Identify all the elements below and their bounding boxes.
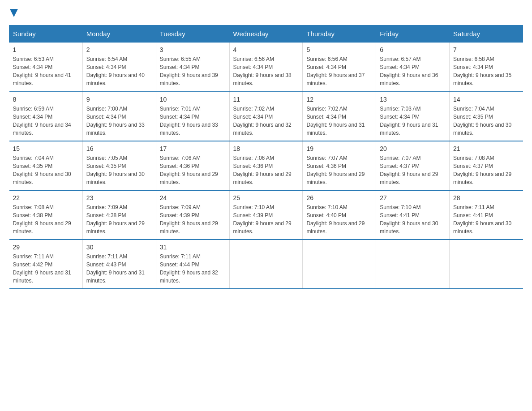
calendar-cell-22: 22Sunrise: 7:08 AMSunset: 4:38 PMDayligh… bbox=[9, 190, 83, 240]
day-number: 30 bbox=[86, 244, 152, 251]
calendar-cell-3: 3Sunrise: 6:55 AMSunset: 4:34 PMDaylight… bbox=[156, 43, 229, 92]
calendar-cell-16: 16Sunrise: 7:05 AMSunset: 4:35 PMDayligh… bbox=[82, 141, 156, 190]
day-number: 9 bbox=[86, 96, 152, 103]
day-number: 22 bbox=[13, 194, 79, 201]
calendar-cell-5: 5Sunrise: 6:56 AMSunset: 4:34 PMDaylight… bbox=[303, 43, 376, 92]
calendar-cell-19: 19Sunrise: 7:07 AMSunset: 4:36 PMDayligh… bbox=[303, 141, 376, 190]
logo bbox=[9, 9, 18, 16]
calendar-cell-26: 26Sunrise: 7:10 AMSunset: 4:40 PMDayligh… bbox=[303, 190, 376, 240]
day-number: 5 bbox=[306, 46, 372, 53]
calendar-cell-13: 13Sunrise: 7:03 AMSunset: 4:34 PMDayligh… bbox=[376, 92, 450, 141]
day-number: 17 bbox=[160, 145, 226, 152]
day-info: Sunrise: 7:10 AMSunset: 4:41 PMDaylight:… bbox=[380, 203, 446, 235]
day-info: Sunrise: 7:08 AMSunset: 4:37 PMDaylight:… bbox=[453, 154, 519, 186]
day-number: 11 bbox=[233, 96, 299, 103]
day-number: 18 bbox=[233, 145, 299, 152]
page-header bbox=[9, 9, 523, 16]
header-thursday: Thursday bbox=[303, 26, 376, 43]
day-info: Sunrise: 6:57 AMSunset: 4:34 PMDaylight:… bbox=[380, 55, 446, 87]
day-info: Sunrise: 6:53 AMSunset: 4:34 PMDaylight:… bbox=[13, 55, 79, 87]
day-info: Sunrise: 6:56 AMSunset: 4:34 PMDaylight:… bbox=[306, 55, 372, 87]
calendar-cell-28: 28Sunrise: 7:11 AMSunset: 4:41 PMDayligh… bbox=[450, 190, 523, 240]
day-number: 19 bbox=[306, 145, 372, 152]
calendar-table: SundayMondayTuesdayWednesdayThursdayFrid… bbox=[9, 25, 523, 289]
day-number: 12 bbox=[306, 96, 372, 103]
calendar-cell-empty bbox=[229, 240, 303, 289]
calendar-cell-1: 1Sunrise: 6:53 AMSunset: 4:34 PMDaylight… bbox=[9, 43, 83, 92]
header-monday: Monday bbox=[82, 26, 156, 43]
day-number: 2 bbox=[86, 46, 152, 53]
calendar-cell-31: 31Sunrise: 7:11 AMSunset: 4:44 PMDayligh… bbox=[156, 240, 229, 289]
day-number: 26 bbox=[306, 194, 372, 201]
calendar-cell-29: 29Sunrise: 7:11 AMSunset: 4:42 PMDayligh… bbox=[9, 240, 83, 289]
day-number: 29 bbox=[13, 244, 79, 251]
day-info: Sunrise: 7:02 AMSunset: 4:34 PMDaylight:… bbox=[233, 105, 299, 137]
calendar-week-2: 8Sunrise: 6:59 AMSunset: 4:34 PMDaylight… bbox=[9, 92, 523, 141]
calendar-week-3: 15Sunrise: 7:04 AMSunset: 4:35 PMDayligh… bbox=[9, 141, 523, 190]
day-number: 10 bbox=[160, 96, 226, 103]
header-saturday: Saturday bbox=[450, 26, 523, 43]
svg-marker-0 bbox=[10, 9, 18, 17]
calendar-cell-2: 2Sunrise: 6:54 AMSunset: 4:34 PMDaylight… bbox=[82, 43, 156, 92]
calendar-cell-11: 11Sunrise: 7:02 AMSunset: 4:34 PMDayligh… bbox=[229, 92, 303, 141]
day-info: Sunrise: 7:09 AMSunset: 4:39 PMDaylight:… bbox=[160, 203, 226, 235]
day-number: 27 bbox=[380, 194, 446, 201]
day-number: 24 bbox=[160, 194, 226, 201]
calendar-header-row: SundayMondayTuesdayWednesdayThursdayFrid… bbox=[9, 26, 523, 43]
day-info: Sunrise: 7:09 AMSunset: 4:38 PMDaylight:… bbox=[86, 203, 152, 235]
calendar-cell-15: 15Sunrise: 7:04 AMSunset: 4:35 PMDayligh… bbox=[9, 141, 83, 190]
day-info: Sunrise: 7:11 AMSunset: 4:42 PMDaylight:… bbox=[13, 253, 79, 285]
day-number: 15 bbox=[13, 145, 79, 152]
calendar-cell-27: 27Sunrise: 7:10 AMSunset: 4:41 PMDayligh… bbox=[376, 190, 450, 240]
day-info: Sunrise: 6:55 AMSunset: 4:34 PMDaylight:… bbox=[160, 55, 226, 87]
day-number: 25 bbox=[233, 194, 299, 201]
calendar-week-1: 1Sunrise: 6:53 AMSunset: 4:34 PMDaylight… bbox=[9, 43, 523, 92]
day-number: 13 bbox=[380, 96, 446, 103]
header-friday: Friday bbox=[376, 26, 450, 43]
calendar-cell-30: 30Sunrise: 7:11 AMSunset: 4:43 PMDayligh… bbox=[82, 240, 156, 289]
day-info: Sunrise: 7:07 AMSunset: 4:37 PMDaylight:… bbox=[380, 154, 446, 186]
calendar-cell-12: 12Sunrise: 7:02 AMSunset: 4:34 PMDayligh… bbox=[303, 92, 376, 141]
calendar-cell-25: 25Sunrise: 7:10 AMSunset: 4:39 PMDayligh… bbox=[229, 190, 303, 240]
day-info: Sunrise: 6:54 AMSunset: 4:34 PMDaylight:… bbox=[86, 55, 152, 87]
day-number: 7 bbox=[453, 46, 519, 53]
day-info: Sunrise: 7:06 AMSunset: 4:36 PMDaylight:… bbox=[233, 154, 299, 186]
day-info: Sunrise: 7:05 AMSunset: 4:35 PMDaylight:… bbox=[86, 154, 152, 186]
day-number: 6 bbox=[380, 46, 446, 53]
day-number: 21 bbox=[453, 145, 519, 152]
calendar-cell-23: 23Sunrise: 7:09 AMSunset: 4:38 PMDayligh… bbox=[82, 190, 156, 240]
day-info: Sunrise: 7:04 AMSunset: 4:35 PMDaylight:… bbox=[13, 154, 79, 186]
day-info: Sunrise: 7:08 AMSunset: 4:38 PMDaylight:… bbox=[13, 203, 79, 235]
day-info: Sunrise: 7:02 AMSunset: 4:34 PMDaylight:… bbox=[306, 105, 372, 137]
calendar-cell-9: 9Sunrise: 7:00 AMSunset: 4:34 PMDaylight… bbox=[82, 92, 156, 141]
day-info: Sunrise: 7:11 AMSunset: 4:43 PMDaylight:… bbox=[86, 253, 152, 285]
calendar-cell-7: 7Sunrise: 6:58 AMSunset: 4:34 PMDaylight… bbox=[450, 43, 523, 92]
day-info: Sunrise: 7:01 AMSunset: 4:34 PMDaylight:… bbox=[160, 105, 226, 137]
calendar-cell-24: 24Sunrise: 7:09 AMSunset: 4:39 PMDayligh… bbox=[156, 190, 229, 240]
day-number: 3 bbox=[160, 46, 226, 53]
calendar-cell-14: 14Sunrise: 7:04 AMSunset: 4:35 PMDayligh… bbox=[450, 92, 523, 141]
day-info: Sunrise: 7:10 AMSunset: 4:40 PMDaylight:… bbox=[306, 203, 372, 235]
day-info: Sunrise: 7:11 AMSunset: 4:44 PMDaylight:… bbox=[160, 253, 226, 285]
day-number: 14 bbox=[453, 96, 519, 103]
calendar-cell-8: 8Sunrise: 6:59 AMSunset: 4:34 PMDaylight… bbox=[9, 92, 83, 141]
day-number: 8 bbox=[13, 96, 79, 103]
day-info: Sunrise: 6:58 AMSunset: 4:34 PMDaylight:… bbox=[453, 55, 519, 87]
calendar-cell-20: 20Sunrise: 7:07 AMSunset: 4:37 PMDayligh… bbox=[376, 141, 450, 190]
day-info: Sunrise: 7:07 AMSunset: 4:36 PMDaylight:… bbox=[306, 154, 372, 186]
calendar-cell-empty bbox=[450, 240, 523, 289]
day-number: 23 bbox=[86, 194, 152, 201]
day-info: Sunrise: 7:10 AMSunset: 4:39 PMDaylight:… bbox=[233, 203, 299, 235]
header-wednesday: Wednesday bbox=[229, 26, 303, 43]
day-number: 16 bbox=[86, 145, 152, 152]
day-info: Sunrise: 7:04 AMSunset: 4:35 PMDaylight:… bbox=[453, 105, 519, 137]
logo-triangle-icon bbox=[10, 9, 18, 17]
day-number: 20 bbox=[380, 145, 446, 152]
calendar-cell-empty bbox=[303, 240, 376, 289]
header-tuesday: Tuesday bbox=[156, 26, 229, 43]
calendar-cell-21: 21Sunrise: 7:08 AMSunset: 4:37 PMDayligh… bbox=[450, 141, 523, 190]
calendar-week-5: 29Sunrise: 7:11 AMSunset: 4:42 PMDayligh… bbox=[9, 240, 523, 289]
day-info: Sunrise: 7:03 AMSunset: 4:34 PMDaylight:… bbox=[380, 105, 446, 137]
calendar-cell-10: 10Sunrise: 7:01 AMSunset: 4:34 PMDayligh… bbox=[156, 92, 229, 141]
day-number: 31 bbox=[160, 244, 226, 251]
